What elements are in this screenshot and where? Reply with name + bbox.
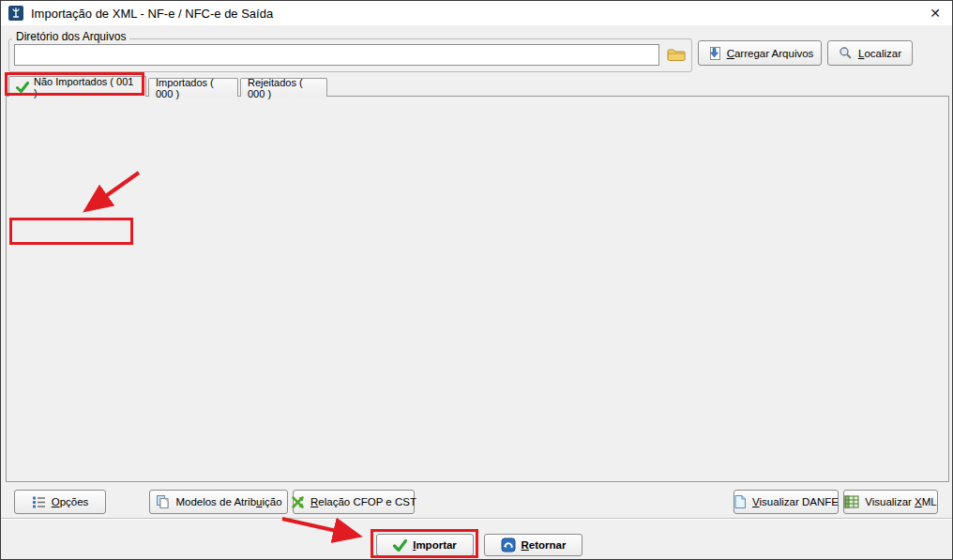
importar-label: Importar (413, 539, 457, 551)
modelos-atribuicao-button[interactable]: Modelos de Atribuição (149, 490, 288, 514)
directory-input[interactable] (14, 44, 659, 66)
carregar-arquivos-label: Carregar Arquivos (727, 48, 814, 59)
tab-content-panel (6, 96, 949, 482)
localizar-button[interactable]: Localizar (827, 40, 913, 66)
check-icon (16, 82, 29, 93)
crossed-arrows-icon (291, 495, 305, 509)
table-grid-icon (844, 495, 859, 508)
retornar-button[interactable]: Retornar (484, 534, 582, 556)
opcoes-button[interactable]: Opções (14, 490, 106, 514)
tab-nao-importados-label: Não Importados ( 001 ) (34, 76, 139, 98)
pages-icon (155, 494, 170, 509)
relacao-cfop-cst-button[interactable]: Relação CFOP e CST (293, 490, 415, 514)
directory-label: Diretório dos Arquivos (12, 30, 129, 43)
visualizar-xml-label: Visualizar XML (865, 496, 937, 507)
tab-nao-importados[interactable]: Não Importados ( 001 ) (8, 76, 146, 97)
modelos-atribuicao-label: Modelos de Atribuição (175, 496, 281, 507)
return-arrow-icon (501, 537, 516, 552)
retornar-label: Retornar (522, 539, 567, 551)
options-list-icon (32, 495, 46, 508)
tab-rejeitados-label: Rejeitados ( 000 ) (248, 77, 320, 99)
importar-button[interactable]: Importar (376, 534, 474, 556)
import-xml-dialog: Importação de XML - NF-e / NFC-e de Saíd… (0, 0, 953, 560)
visualizar-danfe-label: Visualizar DANFE (752, 496, 839, 507)
title-bar[interactable]: Importação de XML - NF-e / NFC-e de Saíd… (1, 1, 952, 25)
visualizar-xml-button[interactable]: Visualizar XML (843, 490, 938, 514)
tab-importados-label: Importados ( 000 ) (156, 77, 231, 99)
close-icon[interactable]: ✕ (930, 6, 941, 21)
localizar-label: Localizar (858, 48, 901, 59)
app-icon (8, 6, 23, 21)
search-icon (839, 46, 853, 60)
check-icon (393, 539, 407, 552)
document-icon (734, 494, 747, 509)
window-title: Importação de XML - NF-e / NFC-e de Saíd… (31, 7, 273, 21)
footer-divider (1, 518, 953, 520)
opcoes-label: Opções (52, 496, 89, 507)
tab-rejeitados[interactable]: Rejeitados ( 000 ) (240, 78, 327, 97)
relacao-cfop-cst-label: Relação CFOP e CST (310, 496, 416, 507)
carregar-arquivos-button[interactable]: Carregar Arquivos (698, 40, 822, 66)
tab-importados[interactable]: Importados ( 000 ) (148, 78, 238, 97)
load-files-icon (706, 46, 721, 61)
visualizar-danfe-button[interactable]: Visualizar DANFE (734, 490, 839, 514)
folder-icon[interactable] (664, 44, 688, 66)
